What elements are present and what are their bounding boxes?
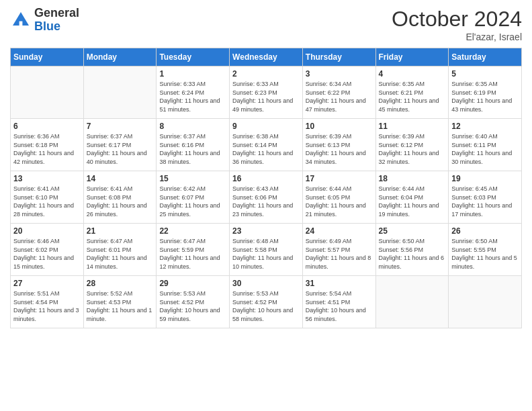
day-number: 28 bbox=[87, 279, 154, 288]
day-info: Sunrise: 6:46 AMSunset: 6:02 PMDaylight:… bbox=[13, 238, 74, 270]
day-number: 16 bbox=[232, 174, 300, 183]
day-info: Sunrise: 6:34 AMSunset: 6:22 PMDaylight:… bbox=[306, 81, 366, 113]
day-number: 26 bbox=[451, 226, 519, 236]
day-info: Sunrise: 6:33 AMSunset: 6:23 PMDaylight:… bbox=[232, 81, 293, 113]
day-info: Sunrise: 6:42 AMSunset: 6:07 PMDaylight:… bbox=[159, 185, 220, 218]
day-info: Sunrise: 6:35 AMSunset: 6:19 PMDaylight:… bbox=[451, 81, 512, 113]
table-row bbox=[449, 276, 522, 328]
day-number: 27 bbox=[13, 279, 81, 288]
day-info: Sunrise: 6:50 AMSunset: 5:55 PMDaylight:… bbox=[451, 238, 517, 270]
day-number: 10 bbox=[306, 122, 373, 131]
table-row: 13 Sunrise: 6:41 AMSunset: 6:10 PMDaylig… bbox=[11, 171, 84, 224]
logo: General Blue bbox=[10, 7, 79, 34]
header-friday: Friday bbox=[375, 48, 449, 66]
day-number: 17 bbox=[306, 174, 373, 183]
table-row: 16 Sunrise: 6:43 AMSunset: 6:06 PMDaylig… bbox=[230, 171, 303, 224]
table-row: 10 Sunrise: 6:39 AMSunset: 6:13 PMDaylig… bbox=[302, 119, 375, 171]
table-row: 5 Sunrise: 6:35 AMSunset: 6:19 PMDayligh… bbox=[449, 66, 522, 119]
table-row: 29 Sunrise: 5:53 AMSunset: 4:52 PMDaylig… bbox=[157, 276, 230, 328]
day-number: 6 bbox=[13, 122, 81, 131]
svg-rect-1 bbox=[19, 21, 23, 25]
header-wednesday: Wednesday bbox=[230, 48, 303, 66]
day-number: 18 bbox=[379, 174, 446, 183]
table-row: 14 Sunrise: 6:41 AMSunset: 6:08 PMDaylig… bbox=[83, 171, 157, 224]
day-number: 21 bbox=[87, 226, 154, 236]
day-info: Sunrise: 6:41 AMSunset: 6:08 PMDaylight:… bbox=[87, 185, 147, 218]
day-number: 9 bbox=[232, 122, 300, 131]
calendar-row: 6 Sunrise: 6:36 AMSunset: 6:18 PMDayligh… bbox=[11, 119, 522, 171]
table-row: 22 Sunrise: 6:47 AMSunset: 5:59 PMDaylig… bbox=[157, 224, 230, 276]
day-info: Sunrise: 5:54 AMSunset: 4:51 PMDaylight:… bbox=[306, 290, 366, 322]
day-info: Sunrise: 6:37 AMSunset: 6:17 PMDaylight:… bbox=[87, 133, 147, 165]
table-row: 25 Sunrise: 6:50 AMSunset: 5:56 PMDaylig… bbox=[375, 224, 449, 276]
day-info: Sunrise: 6:47 AMSunset: 5:59 PMDaylight:… bbox=[159, 238, 220, 270]
day-info: Sunrise: 6:43 AMSunset: 6:06 PMDaylight:… bbox=[232, 185, 293, 218]
day-info: Sunrise: 6:39 AMSunset: 6:13 PMDaylight:… bbox=[306, 133, 366, 165]
table-row: 20 Sunrise: 6:46 AMSunset: 6:02 PMDaylig… bbox=[11, 224, 84, 276]
day-info: Sunrise: 6:41 AMSunset: 6:10 PMDaylight:… bbox=[13, 185, 74, 218]
table-row: 4 Sunrise: 6:35 AMSunset: 6:21 PMDayligh… bbox=[375, 66, 449, 119]
table-row: 23 Sunrise: 6:48 AMSunset: 5:58 PMDaylig… bbox=[230, 224, 303, 276]
day-info: Sunrise: 5:53 AMSunset: 4:52 PMDaylight:… bbox=[232, 290, 293, 322]
weekday-header-row: Sunday Monday Tuesday Wednesday Thursday… bbox=[11, 48, 522, 66]
day-info: Sunrise: 5:53 AMSunset: 4:52 PMDaylight:… bbox=[159, 290, 220, 322]
header-monday: Monday bbox=[83, 48, 157, 66]
day-info: Sunrise: 6:48 AMSunset: 5:58 PMDaylight:… bbox=[232, 238, 293, 270]
table-row: 12 Sunrise: 6:40 AMSunset: 6:11 PMDaylig… bbox=[449, 119, 522, 171]
day-number: 19 bbox=[451, 174, 519, 183]
header-tuesday: Tuesday bbox=[157, 48, 230, 66]
calendar-table: Sunday Monday Tuesday Wednesday Thursday… bbox=[10, 48, 522, 328]
month-title: October 2024 bbox=[392, 7, 522, 32]
calendar-row: 27 Sunrise: 5:51 AMSunset: 4:54 PMDaylig… bbox=[11, 276, 522, 328]
table-row: 19 Sunrise: 6:45 AMSunset: 6:03 PMDaylig… bbox=[449, 171, 522, 224]
page: General Blue October 2024 El'azar, Israe… bbox=[0, 0, 532, 411]
day-info: Sunrise: 6:36 AMSunset: 6:18 PMDaylight:… bbox=[13, 133, 74, 165]
table-row: 9 Sunrise: 6:38 AMSunset: 6:14 PMDayligh… bbox=[230, 119, 303, 171]
day-number: 7 bbox=[87, 122, 154, 131]
day-number: 1 bbox=[159, 69, 226, 79]
table-row: 30 Sunrise: 5:53 AMSunset: 4:52 PMDaylig… bbox=[230, 276, 303, 328]
table-row: 3 Sunrise: 6:34 AMSunset: 6:22 PMDayligh… bbox=[302, 66, 375, 119]
day-number: 31 bbox=[306, 279, 373, 288]
day-info: Sunrise: 6:39 AMSunset: 6:12 PMDaylight:… bbox=[379, 133, 439, 165]
day-info: Sunrise: 6:33 AMSunset: 6:24 PMDaylight:… bbox=[159, 81, 220, 113]
table-row: 28 Sunrise: 5:52 AMSunset: 4:53 PMDaylig… bbox=[83, 276, 157, 328]
day-info: Sunrise: 6:35 AMSunset: 6:21 PMDaylight:… bbox=[379, 81, 439, 113]
day-number: 23 bbox=[232, 226, 300, 236]
day-info: Sunrise: 6:49 AMSunset: 5:57 PMDaylight:… bbox=[306, 238, 371, 270]
table-row bbox=[11, 66, 84, 119]
day-info: Sunrise: 6:44 AMSunset: 6:04 PMDaylight:… bbox=[379, 185, 439, 218]
day-info: Sunrise: 6:44 AMSunset: 6:05 PMDaylight:… bbox=[306, 185, 366, 218]
day-info: Sunrise: 6:50 AMSunset: 5:56 PMDaylight:… bbox=[379, 238, 445, 270]
table-row: 6 Sunrise: 6:36 AMSunset: 6:18 PMDayligh… bbox=[11, 119, 84, 171]
day-number: 12 bbox=[451, 122, 519, 131]
calendar-row: 1 Sunrise: 6:33 AMSunset: 6:24 PMDayligh… bbox=[11, 66, 522, 119]
day-info: Sunrise: 6:40 AMSunset: 6:11 PMDaylight:… bbox=[451, 133, 512, 165]
table-row: 17 Sunrise: 6:44 AMSunset: 6:05 PMDaylig… bbox=[302, 171, 375, 224]
header-sunday: Sunday bbox=[11, 48, 84, 66]
calendar-row: 13 Sunrise: 6:41 AMSunset: 6:10 PMDaylig… bbox=[11, 171, 522, 224]
day-info: Sunrise: 5:52 AMSunset: 4:53 PMDaylight:… bbox=[87, 290, 152, 322]
header: General Blue October 2024 El'azar, Israe… bbox=[10, 7, 522, 42]
location: El'azar, Israel bbox=[392, 32, 522, 42]
day-info: Sunrise: 6:47 AMSunset: 6:01 PMDaylight:… bbox=[87, 238, 147, 270]
day-number: 8 bbox=[159, 122, 226, 131]
title-block: October 2024 El'azar, Israel bbox=[392, 7, 522, 42]
table-row: 7 Sunrise: 6:37 AMSunset: 6:17 PMDayligh… bbox=[83, 119, 157, 171]
day-number: 4 bbox=[379, 69, 446, 79]
day-number: 11 bbox=[379, 122, 446, 131]
logo-icon bbox=[10, 9, 32, 31]
day-number: 13 bbox=[13, 174, 81, 183]
table-row: 27 Sunrise: 5:51 AMSunset: 4:54 PMDaylig… bbox=[11, 276, 84, 328]
table-row bbox=[83, 66, 157, 119]
day-number: 24 bbox=[306, 226, 373, 236]
day-number: 2 bbox=[232, 69, 300, 79]
day-number: 14 bbox=[87, 174, 154, 183]
table-row: 18 Sunrise: 6:44 AMSunset: 6:04 PMDaylig… bbox=[375, 171, 449, 224]
table-row: 24 Sunrise: 6:49 AMSunset: 5:57 PMDaylig… bbox=[302, 224, 375, 276]
day-number: 5 bbox=[451, 69, 519, 79]
logo-blue-text: Blue bbox=[34, 20, 79, 34]
day-number: 22 bbox=[159, 226, 226, 236]
day-info: Sunrise: 6:45 AMSunset: 6:03 PMDaylight:… bbox=[451, 185, 512, 218]
table-row: 31 Sunrise: 5:54 AMSunset: 4:51 PMDaylig… bbox=[302, 276, 375, 328]
